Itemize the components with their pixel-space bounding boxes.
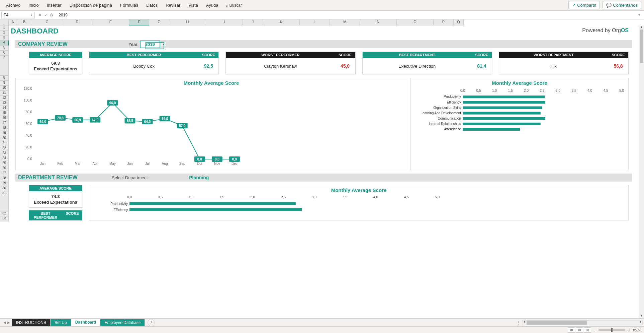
zoom-slider[interactable] [599, 329, 625, 331]
column-header-F[interactable]: F [129, 19, 149, 25]
view-page-icon[interactable]: ▤ [576, 327, 583, 333]
share-button[interactable]: ↗ Compartir [568, 1, 600, 9]
column-header-D[interactable]: D [62, 19, 92, 25]
ribbon-tab-revisar[interactable]: Revisar [162, 1, 184, 10]
ribbon-tab-ayuda[interactable]: Ayuda [203, 1, 222, 10]
tab-prev-icon[interactable]: ◀ [3, 321, 6, 324]
dept-hbar-chart-box[interactable]: Monthly Average Score 0,00,51,01,52,02,5… [89, 185, 629, 220]
fx-label[interactable]: fx [50, 13, 53, 17]
row-header-32[interactable]: 32 [0, 211, 9, 216]
row-header-4[interactable]: 4 [0, 41, 9, 46]
ribbon-tab-insertar[interactable]: Insertar [43, 1, 65, 10]
row-headers: 1234567891011121314151617181920212223242… [0, 25, 9, 221]
tab-employee-db[interactable]: Employee Database [100, 319, 145, 326]
year-value[interactable]: 2019 [140, 41, 160, 48]
column-header-K[interactable]: K [263, 19, 300, 25]
row-header-7[interactable]: 7 [0, 56, 9, 76]
row-header-5[interactable]: 5 [0, 46, 9, 51]
formula-input[interactable] [57, 12, 633, 18]
tab-setup[interactable]: Set Up [51, 319, 71, 326]
row-header-3[interactable]: 3 [0, 36, 9, 41]
row-header-9[interactable]: 9 [0, 81, 9, 86]
name-box[interactable]: F4 ▾ [1, 12, 35, 18]
tab-dashboard[interactable]: Dashboard [71, 319, 101, 326]
comments-button[interactable]: 💬 Comentarios [603, 1, 641, 9]
row-header-16[interactable]: 16 [0, 116, 9, 121]
zoom-out-icon[interactable]: − [594, 328, 596, 332]
column-header-E[interactable]: E [92, 19, 129, 25]
company-review-bar: COMPANY REVIEW Year: 2019 ▾ [15, 40, 632, 48]
row-header-27[interactable]: 27 [0, 171, 9, 176]
row-header-22[interactable]: 22 [0, 146, 9, 151]
row-header-33[interactable]: 33 [0, 216, 9, 221]
zoom-value[interactable]: 85 % [633, 328, 641, 332]
row-header-25[interactable]: 25 [0, 161, 9, 166]
ribbon-search[interactable]: ⌕ Buscar [223, 1, 245, 10]
scroll-down-icon[interactable]: ▼ [639, 314, 644, 318]
row-header-2[interactable]: 2 [0, 30, 9, 36]
year-dropdown-icon[interactable]: ▾ [161, 42, 166, 47]
ribbon-tab-vista[interactable]: Vista [185, 1, 201, 10]
tab-instructions[interactable]: INSTRUCTIONS [12, 319, 51, 326]
row-header-14[interactable]: 14 [0, 106, 9, 111]
column-header-A[interactable]: A [9, 19, 17, 25]
zoom-in-icon[interactable]: + [628, 328, 630, 332]
row-header-11[interactable]: 11 [0, 91, 9, 96]
chevron-down-icon[interactable]: ▾ [31, 13, 32, 17]
row-header-6[interactable]: 6 [0, 51, 9, 56]
view-break-icon[interactable]: ▥ [584, 327, 591, 333]
row-header-1[interactable]: 1 [0, 25, 9, 30]
hbar-chart-box[interactable]: Monthly Average Score 0,00,51,01,52,02,5… [410, 78, 629, 170]
dept-selected[interactable]: Planning [149, 174, 249, 181]
row-header-10[interactable]: 10 [0, 86, 9, 91]
row-header-28[interactable]: 28 [0, 176, 9, 181]
ribbon-tab-formulas[interactable]: Fórmulas [117, 1, 142, 10]
column-header-H[interactable]: H [169, 19, 206, 25]
row-header-31[interactable]: 31 [0, 191, 9, 211]
column-header-I[interactable]: I [206, 19, 243, 25]
row-header-8[interactable]: 8 [0, 76, 9, 81]
row-header-30[interactable]: 30 [0, 186, 9, 191]
row-header-21[interactable]: 21 [0, 141, 9, 146]
view-normal-icon[interactable]: ▦ [568, 327, 575, 333]
row-header-12[interactable]: 12 [0, 96, 9, 101]
row-header-15[interactable]: 15 [0, 111, 9, 116]
line-chart-box[interactable]: Monthly Average Score 0,020,040,060,080,… [15, 78, 407, 170]
column-header-M[interactable]: M [330, 19, 360, 25]
ribbon-tab-disposicion[interactable]: Disposición de página [66, 1, 115, 10]
column-header-O[interactable]: O [397, 19, 434, 25]
column-header-J[interactable]: J [243, 19, 263, 25]
tab-next-icon[interactable]: ▶ [7, 321, 10, 324]
column-header-L[interactable]: L [300, 19, 330, 25]
horizontal-scrollbar[interactable]: ◀ ▶ [522, 320, 643, 325]
tab-menu-icon[interactable]: ⋮ [516, 320, 520, 325]
row-header-18[interactable]: 18 [0, 126, 9, 131]
scroll-thumb[interactable] [640, 29, 643, 63]
formula-expand[interactable]: ▾ [635, 13, 643, 17]
vertical-scrollbar[interactable]: ▲ ▼ [639, 25, 644, 318]
ribbon-tab-archivo[interactable]: Archivo [3, 1, 24, 10]
column-header-N[interactable]: N [360, 19, 397, 25]
column-header-B[interactable]: B [17, 19, 32, 25]
column-header-G[interactable]: G [149, 19, 169, 25]
column-header-Q[interactable]: Q [454, 19, 464, 25]
hscroll-thumb[interactable] [527, 321, 587, 325]
row-header-23[interactable]: 23 [0, 151, 9, 156]
row-header-24[interactable]: 24 [0, 156, 9, 161]
row-header-13[interactable]: 13 [0, 101, 9, 106]
row-header-29[interactable]: 29 [0, 181, 9, 186]
sheet-content[interactable]: DASHBOARD Powered by OrgOS COMPANY REVIE… [9, 25, 639, 318]
row-header-17[interactable]: 17 [0, 121, 9, 126]
ribbon-tab-datos[interactable]: Datos [143, 1, 161, 10]
scroll-up-icon[interactable]: ▲ [639, 25, 644, 29]
column-header-P[interactable]: P [434, 19, 454, 25]
column-header-C[interactable]: C [32, 19, 62, 25]
accept-icon[interactable]: ✓ [44, 13, 48, 17]
svg-text:70,3: 70,3 [57, 116, 64, 120]
row-header-19[interactable]: 19 [0, 131, 9, 136]
ribbon-tab-inicio[interactable]: Inicio [25, 1, 42, 10]
add-sheet-button[interactable]: + [148, 319, 155, 326]
row-header-20[interactable]: 20 [0, 136, 9, 141]
row-header-26[interactable]: 26 [0, 166, 9, 171]
cancel-icon[interactable]: ✕ [38, 13, 41, 17]
